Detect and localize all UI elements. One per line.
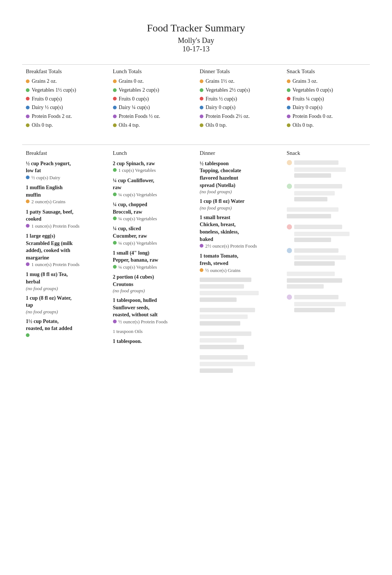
dot-blue [200, 106, 203, 109]
food-group [26, 332, 106, 337]
dot-orange [26, 200, 30, 203]
dot-red [113, 97, 117, 101]
dot-purple [113, 320, 117, 323]
food-item: ¼ cup, slicedCucumber, raw ¼ cup(s) Vege… [113, 225, 193, 246]
snack-placeholder-section [287, 160, 367, 312]
subtitle-name: Molly's Day [178, 36, 214, 44]
snack-totals-header: Snack Totals [287, 68, 367, 75]
dot-olive [287, 123, 290, 127]
totals-row: Protein Foods 0 oz. [287, 112, 367, 121]
dot-olive [113, 123, 117, 127]
food-name: 1 tablespoon. [113, 338, 193, 345]
food-name: ¼ cup, choppedBroccoli, raw [113, 201, 193, 215]
breakfast-totals-col: Breakfast Totals Grains 2 oz. Vegetables… [22, 68, 109, 130]
totals-row: Oils 0 tsp. [26, 121, 106, 130]
dot-green [113, 193, 117, 196]
food-name: 1 tablespoon, hulledSunflower seeds,roas… [113, 297, 193, 319]
food-name: 1 cup (8 fl oz) Water,tap [26, 295, 106, 309]
food-item: ½ tablespoonTopping, chocolateflavored h… [200, 160, 279, 195]
dot-purple [200, 115, 203, 118]
food-item: 1 tablespoon. [113, 338, 193, 345]
totals-row: Grains 3 oz. [287, 77, 367, 86]
food-item: ¼ cup, choppedBroccoli, raw ¼ cup(s) Veg… [113, 201, 193, 222]
food-group: ¼ cup(s) Vegetables [113, 240, 193, 246]
food-item: 1 patty Sausage, beef,cooked 1 ounce(s) … [26, 208, 106, 229]
food-group: ½ cup(s) Dairy [26, 174, 106, 181]
subtitle-date: 10-17-13 [182, 45, 209, 53]
food-item: 1 muffin Englishmuffin 2 ounce(s) Grains [26, 184, 106, 205]
totals-row: Fruits 0 cup(s) [26, 95, 106, 103]
food-name: 1 cup (8 fl oz) Water [200, 198, 279, 205]
dot-blue [26, 176, 30, 179]
lunch-col-header: Lunch [113, 150, 193, 156]
food-group: 1 cup(s) Vegetables [113, 167, 193, 174]
dot-purple [113, 115, 117, 118]
dot-blue [113, 106, 117, 109]
breakfast-totals-header: Breakfast Totals [26, 68, 106, 75]
dot-orange [26, 79, 30, 83]
dinner-placeholder [200, 278, 279, 373]
food-name: ¼ cup, slicedCucumber, raw [113, 225, 193, 239]
dot-green [287, 88, 290, 92]
lunch-totals-col: Lunch Totals Grains 0 oz. Vegetables 2 c… [109, 68, 196, 130]
dot-green [26, 88, 30, 92]
totals-row: Dairy ¼ cup(s) [113, 103, 193, 112]
food-item: 1 cup (8 fl oz) Water (no food groups) [200, 198, 279, 211]
food-item: 1 small (4" long)Pepper, banana, raw ¼ c… [113, 249, 193, 271]
dot-orange [200, 268, 203, 272]
food-item: ½ cup Peach yogurt,low fat ½ cup(s) Dair… [26, 160, 106, 181]
snack-col: Snack [283, 150, 370, 375]
totals-row: Protein Foods 2½ oz. [200, 112, 279, 121]
food-group: 1 teaspoon Oils [113, 328, 193, 335]
food-name: 1 tomato Tomato,fresh, stewed [200, 252, 279, 267]
totals-row: Fruits ¼ cup(s) [287, 95, 367, 103]
totals-grid: Breakfast Totals Grains 2 oz. Vegetables… [22, 64, 370, 130]
food-name: 1 muffin Englishmuffin [26, 184, 106, 198]
dot-blue [26, 106, 30, 109]
food-group: 2½ ounce(s) Protein Foods [200, 243, 279, 249]
food-no-group: (no food groups) [200, 189, 279, 195]
totals-row: Vegetables 2½ cup(s) [200, 86, 279, 95]
food-group: ½ ounce(s) Protein Foods [113, 319, 193, 325]
dot-green [26, 333, 30, 337]
food-item: 1 tomato Tomato,fresh, stewed ½ ounce(s)… [200, 252, 279, 273]
food-item: 1 tablespoon, hulledSunflower seeds,roas… [113, 297, 193, 325]
breakfast-col-header: Breakfast [26, 150, 106, 156]
dot-purple [26, 262, 30, 266]
dot-orange [113, 79, 117, 83]
dot-purple [200, 244, 203, 248]
food-name: 2 portion (4 cubes)Croutons [113, 273, 193, 288]
food-item: 2 cup Spinach, raw 1 cup(s) Vegetables [113, 160, 193, 174]
dot-green [113, 265, 117, 269]
lunch-col: Lunch 2 cup Spinach, raw 1 cup(s) Vegeta… [109, 150, 196, 375]
dot-green [113, 241, 117, 245]
dot-purple [287, 115, 290, 118]
food-no-group: (no food groups) [113, 288, 193, 294]
food-group: ¼ cup(s) Vegetables [113, 215, 193, 222]
food-no-group: (no food groups) [26, 286, 106, 292]
food-item: 1 teaspoon Oils [113, 328, 193, 335]
dinner-totals-col: Dinner Totals Grains 1½ oz. Vegetables 2… [196, 68, 283, 130]
totals-row: Dairy 0 cup(s) [287, 103, 367, 112]
food-item: ¼ cup Cauliflower,raw ¼ cup(s) Vegetable… [113, 177, 193, 198]
totals-row: Grains 2 oz. [26, 77, 106, 86]
dot-green [113, 88, 117, 92]
food-name: ¼ cup Cauliflower,raw [113, 177, 193, 191]
dot-red [200, 97, 203, 101]
food-group: 1 ounce(s) Protein Foods [26, 223, 106, 229]
meals-grid: Breakfast ½ cup Peach yogurt,low fat ½ c… [22, 144, 370, 375]
food-item: 1 small breastChicken, breast,boneless, … [200, 214, 279, 250]
food-name: ½ cup Peach yogurt,low fat [26, 160, 106, 174]
food-group: ¼ cup(s) Vegetables [113, 191, 193, 198]
food-name: 1 large egg(s)Scrambled Egg (milkadded),… [26, 232, 106, 261]
food-item: 1½ cup Potato,roasted, no fat added [26, 318, 106, 337]
food-name: 1 small (4" long)Pepper, banana, raw [113, 249, 193, 264]
dot-red [26, 97, 30, 101]
food-group: ½ ounce(s) Grains [200, 267, 279, 274]
dot-olive [26, 123, 30, 127]
dot-red [287, 97, 290, 101]
dot-orange [287, 79, 290, 83]
food-group: ¼ cup(s) Vegetables [113, 264, 193, 271]
food-name: ½ tablespoonTopping, chocolateflavored h… [200, 160, 279, 189]
food-group: 1 ounce(s) Protein Foods [26, 261, 106, 268]
